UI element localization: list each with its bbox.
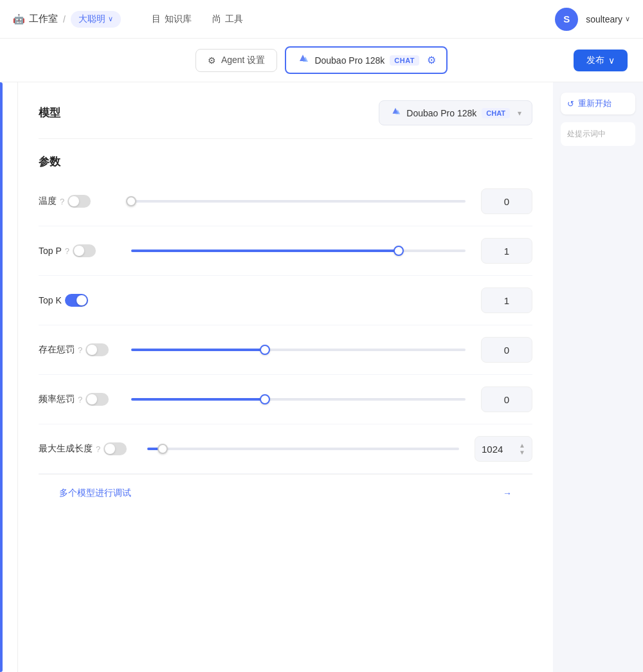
param-row-temperature: 温度 ? 0 [39,177,532,226]
model-selector[interactable]: Doubao Pro 128k CHAT ▾ [379,100,532,125]
restart-button[interactable]: ↺ 重新开始 [561,93,635,114]
nav-knowledge[interactable]: 目 知识库 [152,14,192,25]
header: 🤖 工作室 / 大聪明 ∨ 目 知识库 尚 工具 S soulteary ∨ [0,0,643,39]
temperature-help-icon[interactable]: ? [60,197,64,206]
username: soulteary ∨ [586,14,630,24]
workspace-label: 工作室 [29,13,58,25]
param-name-temperature: 温度 ? [39,195,116,208]
user-chevron-icon: ∨ [625,15,630,23]
param-row-presence-penalty: 存在惩罚 ? 0 [39,325,532,375]
nav-knowledge-label: 知识库 [165,14,192,25]
model-section-label: 模型 [39,105,60,120]
temperature-value: 0 [481,188,532,214]
topp-help-icon[interactable]: ? [65,246,69,256]
spin-arrows[interactable]: ▲ ▼ [519,442,525,456]
freq-help-icon[interactable]: ? [78,395,82,404]
hint-text: 处提示词中 [561,122,635,146]
restart-label: 重新开始 [578,98,611,109]
freq-toggle[interactable] [86,393,109,406]
model-selector-chevron-icon: ▾ [518,109,521,118]
param-name-freq: 频率惩罚 ? [39,393,116,406]
publish-label: 发布 [586,55,604,66]
knowledge-icon: 目 [152,14,161,25]
param-row-max-length: 最大生成长度 ? 1024 ▲ ▼ [39,424,532,474]
tools-icon: 尚 [212,14,221,25]
topp-value: 1 [481,238,532,264]
header-nav: 目 知识库 尚 工具 [152,14,243,25]
model-select-button[interactable]: Doubao Pro 128k CHAT ⚙ [285,46,448,74]
presence-toggle[interactable] [86,343,109,356]
workspace-section: 🤖 工作室 / 大聪明 ∨ [13,11,121,28]
topk-toggle[interactable] [65,294,88,307]
param-name-presence: 存在惩罚 ? [39,343,116,356]
max-length-slider[interactable] [147,448,459,450]
robot-icon: 🤖 [13,14,25,25]
publish-button[interactable]: 发布 ∨ [574,50,628,71]
main-layout: 模型 Doubao Pro 128k CHAT ▾ 参数 温度 [0,82,643,672]
hint-label: 处提示词中 [567,129,606,138]
brand-chip[interactable]: 大聪明 ∨ [71,11,121,28]
brand-name: 大聪明 [78,14,105,25]
param-name-topk: Top K [39,294,116,307]
header-right: S soulteary ∨ [555,8,630,31]
max-length-help-icon[interactable]: ? [96,444,100,454]
temperature-slider[interactable] [131,200,466,203]
nav-tools[interactable]: 尚 工具 [212,14,243,25]
params-section: 参数 温度 ? 0 [39,154,532,474]
breadcrumb-sep: / [63,14,66,24]
presence-slider[interactable] [131,349,466,351]
param-row-topk: Top K 1 [39,276,532,325]
agent-settings-button[interactable]: ⚙ Agent 设置 [195,49,277,72]
chat-badge: CHAT [390,55,419,66]
nav-tools-label: 工具 [225,14,243,25]
sidebar-accent [0,82,3,672]
presence-value: 0 [481,337,532,363]
multi-model-label: 多个模型进行调试 [59,487,131,499]
max-length-value[interactable]: 1024 ▲ ▼ [475,436,532,462]
avatar: S [555,8,578,31]
topk-value: 1 [481,287,532,313]
topp-toggle[interactable] [73,244,96,257]
model-mountain-icon [296,53,309,68]
param-row-topp: Top P ? 1 [39,226,532,276]
freq-slider[interactable] [131,398,466,401]
param-name-max-length: 最大生成长度 ? [39,442,132,455]
max-length-toggle[interactable] [104,442,127,455]
model-row: 模型 Doubao Pro 128k CHAT ▾ [39,100,532,139]
param-name-topp: Top P ? [39,244,116,257]
model-selector-icon [390,106,401,120]
multi-model-link[interactable]: 多个模型进行调试 → [39,474,532,512]
agent-settings-label: Agent 设置 [221,55,265,66]
settings-panel: 模型 Doubao Pro 128k CHAT ▾ 参数 温度 [18,82,553,672]
freq-value: 0 [481,386,532,412]
publish-chevron-icon: ∨ [608,55,615,66]
gear-icon: ⚙ [208,55,216,66]
toolbar: ⚙ Agent 设置 Doubao Pro 128k CHAT ⚙ 发布 ∨ [0,39,643,82]
arrow-icon: → [503,488,512,498]
brand-chevron-icon: ∨ [108,15,113,23]
temperature-toggle[interactable] [68,195,91,208]
param-row-freq-penalty: 频率惩罚 ? 0 [39,375,532,424]
spin-up-icon[interactable]: ▲ [519,442,525,449]
restart-icon: ↺ [567,99,574,109]
presence-help-icon[interactable]: ? [78,345,82,355]
params-title: 参数 [39,154,532,169]
model-name: Doubao Pro 128k [314,55,385,66]
model-selector-name: Doubao Pro 128k [406,108,476,118]
sidebar-panel [0,82,18,672]
spin-down-icon[interactable]: ▼ [519,449,525,456]
right-panel: ↺ 重新开始 处提示词中 [553,82,643,672]
model-chat-tag: CHAT [482,108,510,118]
filter-icon[interactable]: ⚙ [427,54,436,66]
topp-slider[interactable] [131,250,466,252]
